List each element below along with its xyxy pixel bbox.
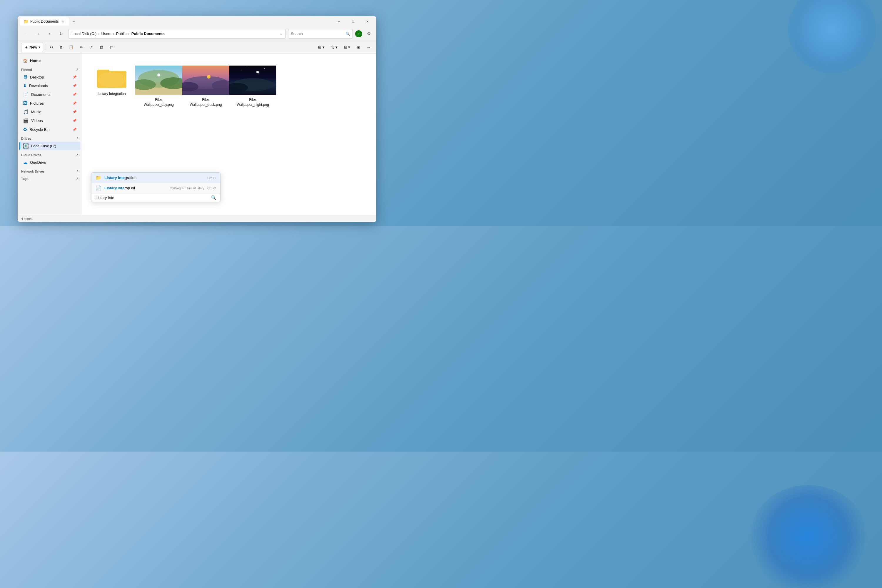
sidebar-item-recycle[interactable]: ♻ Recycle Bin 📌 — [20, 125, 80, 134]
search-bar[interactable]: 🔍 — [288, 29, 353, 39]
sidebar-item-videos[interactable]: 🎬 Videos 📌 — [20, 116, 80, 125]
local-disk-label: Local Disk (C:) — [31, 144, 77, 148]
minimize-button[interactable]: ─ — [332, 17, 346, 26]
rename-button[interactable]: ✏ — [77, 43, 86, 52]
file-item-listary-folder[interactable]: Listary Integration — [90, 62, 133, 111]
autocomplete-folder-icon: 📁 — [96, 175, 101, 180]
music-pin-icon: 📌 — [73, 110, 77, 114]
file-item-wallpaper-dusk[interactable]: Files Wallpaper_dusk.png — [184, 62, 227, 111]
autocomplete-item-folder[interactable]: 📁 Listary Integration Ctrl+1 — [92, 172, 220, 183]
wallpaper-dusk-thumbnail — [182, 66, 230, 95]
autocomplete-folder-shortcut: Ctrl+1 — [207, 176, 216, 180]
file-item-wallpaper-day[interactable]: Files Wallpaper_day.png — [138, 62, 180, 111]
autocomplete-search-input[interactable] — [96, 195, 209, 200]
wallpaper-night-name: Files Wallpaper_night.png — [234, 98, 272, 107]
new-label: New — [29, 45, 38, 50]
music-icon: 🎵 — [23, 109, 29, 115]
sidebar-item-documents[interactable]: 📄 Documents 📌 — [20, 90, 80, 99]
breadcrumb-bar[interactable]: Local Disk (C:) › Users › Public › Publi… — [68, 29, 286, 39]
paste-button[interactable]: 📋 — [66, 43, 76, 52]
wallpaper-dusk-name: Files Wallpaper_dusk.png — [187, 98, 225, 107]
toolbar-right: ⊞ ▾ ⇅ ▾ ⊟ ▾ ▣ ··· — [315, 43, 373, 52]
wallpaper-night-thumbnail — [230, 66, 276, 95]
new-button[interactable]: ＋ New ▾ — [21, 43, 43, 52]
tab-close-button[interactable]: ✕ — [61, 19, 65, 24]
maximize-button[interactable]: □ — [346, 17, 360, 26]
sidebar: 🏠 Home Pinned ∧ 🖥 Desktop 📌 ⬇ Downloads … — [18, 54, 82, 215]
tags-collapse-button[interactable]: ∧ — [76, 177, 78, 180]
pinned-label: Pinned — [21, 68, 32, 72]
tags-label: Tags — [21, 177, 28, 180]
share-button[interactable]: ↗ — [87, 43, 96, 52]
search-icon[interactable]: 🔍 — [345, 32, 350, 36]
details-pane-button[interactable]: ▣ — [354, 43, 363, 52]
search-input[interactable] — [291, 32, 344, 36]
autocomplete-search-icon: 🔍 — [211, 195, 216, 200]
breadcrumb-c[interactable]: Local Disk (C:) — [72, 32, 96, 36]
videos-icon: 🎬 — [23, 118, 29, 123]
drives-label: Drives — [21, 137, 31, 140]
breadcrumb-sep-2: › — [113, 32, 114, 36]
folder-icon-svg — [97, 66, 126, 89]
delete-button[interactable]: 🗑 — [96, 43, 106, 52]
toolbar-separator-1 — [45, 44, 45, 50]
sidebar-item-pictures[interactable]: 🖼 Pictures 📌 — [20, 99, 80, 107]
autocomplete-item-dll[interactable]: 📄 Listary.Interop.dll C:\Program Files\L… — [92, 183, 220, 193]
breadcrumb-public[interactable]: Public — [116, 32, 126, 36]
close-button[interactable]: ✕ — [360, 17, 374, 26]
more-options-button[interactable]: ··· — [364, 43, 373, 52]
tag-button[interactable]: 🏷 — [107, 43, 116, 52]
breadcrumb-dropdown-icon[interactable]: ⌵ — [280, 32, 282, 36]
network-drives-collapse-button[interactable]: ∧ — [76, 170, 78, 173]
sidebar-item-onedrive[interactable]: ☁ OneDrive — [20, 158, 80, 167]
settings-icon-button[interactable]: ⚙ — [364, 30, 373, 38]
verified-icon: ✓ — [355, 30, 362, 38]
recycle-pin-icon: 📌 — [73, 128, 77, 131]
sidebar-home[interactable]: 🏠 Home — [20, 57, 80, 64]
refresh-button[interactable]: ↻ — [57, 29, 66, 39]
recycle-label: Recycle Bin — [29, 127, 70, 132]
svg-point-14 — [207, 75, 210, 78]
pictures-pin-icon: 📌 — [73, 101, 77, 105]
cloud-drives-label: Cloud Drives — [21, 153, 41, 157]
autocomplete-dll-shortcut: Ctrl+2 — [207, 186, 216, 190]
listary-folder-name: Listary Integration — [98, 92, 126, 96]
toolbar: ＋ New ▾ ✂ ⧉ 📋 ✏ ↗ 🗑 🏷 ⊞ ▾ ⇅ ▾ ⊟ ▾ ▣ ··· — [18, 41, 376, 54]
home-icon: 🏠 — [23, 58, 28, 63]
breadcrumb-sep-1: › — [98, 32, 99, 36]
documents-icon: 📄 — [23, 92, 29, 98]
videos-pin-icon: 📌 — [73, 119, 77, 123]
svg-point-21 — [247, 68, 247, 68]
autocomplete-dll-icon: 📄 — [96, 185, 101, 191]
sidebar-item-downloads[interactable]: ⬇ Downloads 📌 — [20, 81, 80, 90]
new-chevron-icon: ▾ — [39, 46, 40, 49]
breadcrumb-users[interactable]: Users — [101, 32, 111, 36]
copy-button[interactable]: ⧉ — [57, 43, 65, 52]
sidebar-item-local-disk[interactable]: 💽 Local Disk (C:) — [20, 142, 80, 150]
recycle-icon: ♻ — [23, 127, 27, 132]
group-button[interactable]: ⊟ ▾ — [341, 43, 353, 52]
forward-button[interactable]: → — [33, 29, 42, 39]
status-bar: 4 items — [18, 215, 376, 222]
cut-button[interactable]: ✂ — [47, 43, 56, 52]
sidebar-item-music[interactable]: 🎵 Music 📌 — [20, 108, 80, 116]
onedrive-icon: ☁ — [23, 160, 28, 165]
new-tab-button[interactable]: + — [70, 17, 78, 26]
tab-title: Public Documents — [30, 20, 59, 24]
pinned-collapse-button[interactable]: ∧ — [76, 68, 78, 72]
autocomplete-search-box[interactable]: 🔍 — [92, 193, 220, 202]
up-button[interactable]: ↑ — [45, 29, 54, 39]
drives-collapse-button[interactable]: ∧ — [76, 136, 78, 140]
downloads-icon: ⬇ — [23, 83, 27, 88]
svg-point-20 — [264, 68, 265, 69]
window-tab[interactable]: 📁 Public Documents ✕ — [20, 17, 69, 26]
view-mode-button[interactable]: ⊞ ▾ — [315, 43, 327, 52]
file-grid: Listary Integration — [88, 60, 370, 113]
home-label: Home — [30, 58, 40, 63]
sort-button[interactable]: ⇅ ▾ — [328, 43, 340, 52]
back-button[interactable]: ← — [21, 29, 31, 39]
cloud-drives-collapse-button[interactable]: ∧ — [76, 153, 78, 157]
file-explorer-window: 📁 Public Documents ✕ + ─ □ ✕ ← → ↑ ↻ Loc… — [18, 16, 376, 222]
sidebar-item-desktop[interactable]: 🖥 Desktop 📌 — [20, 73, 80, 81]
file-item-wallpaper-night[interactable]: Files Wallpaper_night.png — [232, 62, 274, 111]
